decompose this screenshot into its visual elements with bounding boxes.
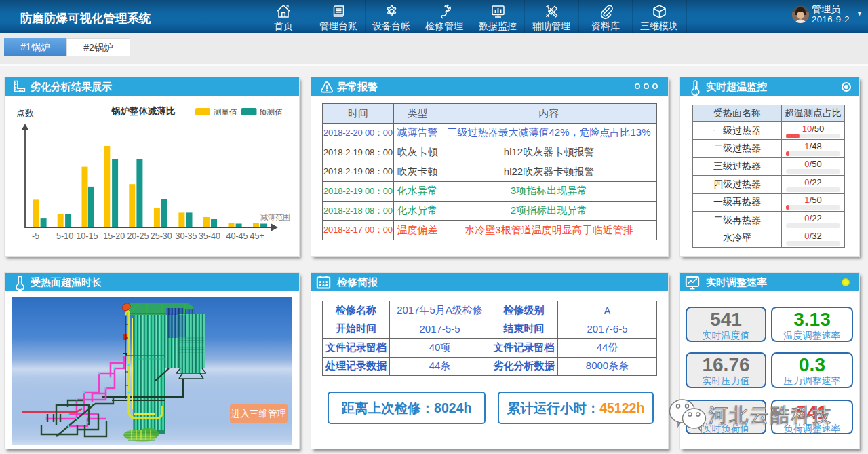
svg-text:减薄范围: 减薄范围 [260, 213, 290, 221]
svg-text:10-15: 10-15 [76, 231, 98, 241]
svg-text:测量值: 测量值 [213, 108, 237, 116]
svg-text:25-30: 25-30 [151, 231, 172, 241]
svg-text:-5: -5 [32, 231, 39, 241]
svg-text:锅炉整体减薄比: 锅炉整体减薄比 [111, 106, 176, 116]
svg-text:预测值: 预测值 [259, 108, 283, 116]
svg-text:20-25: 20-25 [127, 231, 149, 241]
svg-text:35-40: 35-40 [199, 231, 220, 241]
svg-text:5-10: 5-10 [56, 231, 73, 241]
svg-text:点数: 点数 [16, 108, 34, 118]
svg-text:15-20: 15-20 [103, 231, 125, 241]
svg-text:30-35: 30-35 [176, 231, 197, 241]
svg-text:45+: 45+ [250, 231, 264, 241]
svg-text:40-45: 40-45 [226, 231, 248, 241]
